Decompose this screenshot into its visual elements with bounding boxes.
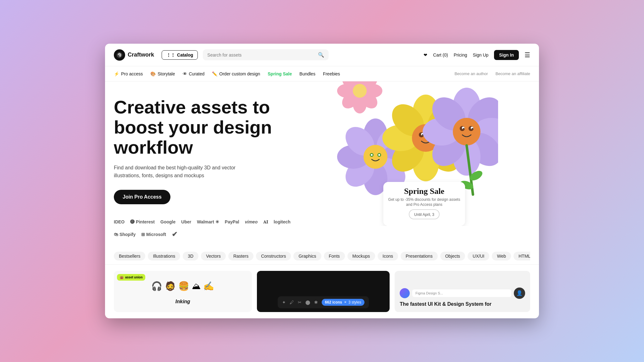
brand-shopify: 🛍 Shopify: [114, 232, 136, 237]
burger-icon: 🍔: [178, 281, 189, 291]
svg-point-1: [119, 54, 120, 56]
category-constructors[interactable]: Constructors: [256, 252, 291, 261]
sub-nav: ⚡ Pro access 🎨 Storytale 👁 Curated ✏️ Or…: [105, 66, 539, 81]
category-presentations[interactable]: Presentations: [401, 252, 438, 261]
brand-google: Google: [160, 219, 175, 224]
category-bestsellers[interactable]: Bestsellers: [114, 252, 145, 261]
figma-preview: Figma Design S...: [412, 289, 511, 297]
asset-union-badge: 👜 asset union: [117, 274, 145, 281]
svg-point-19: [364, 145, 387, 169]
brand-pinterest: 🅟 Pinterest: [130, 219, 155, 224]
sub-nav-right: Become an author Become an affiliate: [454, 71, 530, 76]
category-vectors[interactable]: Vectors: [201, 252, 226, 261]
catalog-button[interactable]: ⋮⋮ Catalog: [162, 50, 198, 60]
category-icons[interactable]: Icons: [378, 252, 398, 261]
mountain-icon: ⛰: [192, 281, 201, 291]
sub-nav-left: ⚡ Pro access 🎨 Storytale 👁 Curated ✏️ Or…: [114, 71, 446, 76]
brand-logitech: logitech: [274, 219, 291, 224]
brand-paypal: PayPal: [225, 219, 239, 224]
brand-walmart: Walmart ✳: [197, 219, 219, 224]
svg-point-10: [353, 84, 367, 98]
brand-nike: ✔: [172, 230, 177, 239]
brand-microsoft: ⊞ Microsoft: [141, 232, 166, 237]
join-pro-button[interactable]: Join Pro Access: [114, 190, 170, 204]
grid-icon: ⋮⋮: [166, 52, 175, 58]
hero-illustration: Spring Sale Get up to -35% discounts for…: [325, 81, 539, 248]
tool-2: 🖊: [290, 300, 294, 305]
icon-count: 662 icons: [325, 300, 342, 304]
become-affiliate-link[interactable]: Become an affiliate: [496, 71, 530, 76]
svg-point-53: [472, 128, 473, 129]
hero-section: Creative assets to boost your design wor…: [105, 81, 539, 248]
svg-text:and Pro Access plans: and Pro Access plans: [406, 202, 442, 207]
search-input[interactable]: [207, 52, 315, 58]
brand-vimeo: vimeo: [245, 219, 258, 224]
logo[interactable]: Craftwork: [114, 49, 154, 61]
signin-button[interactable]: Sign In: [494, 50, 519, 60]
close-icon: ✕: [344, 300, 347, 304]
avatar: 👤: [514, 288, 525, 299]
cards-row: 👜 asset union 🎧 🧔 🍔 ⛰ ✍ Inking ✦ 🖊 ✂ ⬤ ✱: [105, 265, 539, 318]
category-fonts[interactable]: Fonts: [324, 252, 345, 261]
become-author-link[interactable]: Become an author: [454, 71, 488, 76]
brand-uber: Uber: [181, 219, 191, 224]
category-illustrations[interactable]: Illustrations: [148, 252, 180, 261]
category-web[interactable]: Web: [492, 252, 511, 261]
card-ui-kit[interactable]: Figma Design S... 👤 The fastest UI Kit &…: [395, 271, 530, 312]
browser-window: Craftwork ⋮⋮ Catalog 🔍 ❤ Cart (0) Pricin…: [105, 44, 539, 318]
search-icon: 🔍: [318, 52, 324, 58]
ui-kit-title: The fastest UI Kit & Design System for: [400, 301, 525, 307]
storytale-link[interactable]: 🎨 Storytale: [150, 71, 175, 76]
category-rasters[interactable]: Rasters: [228, 252, 253, 261]
category-graphics[interactable]: Graphics: [293, 252, 321, 261]
logo-icon: [114, 49, 125, 61]
card-icon-pack[interactable]: ✦ 🖊 ✂ ⬤ ✱ 662 icons ✕ 3 styles: [257, 271, 390, 312]
svg-text:Until April, 3: Until April, 3: [414, 212, 434, 217]
category-3d[interactable]: 3D: [183, 252, 198, 261]
curated-link[interactable]: 👁 Curated: [183, 71, 205, 76]
card-icons: 🎧 🧔 🍔 ⛰ ✍: [147, 277, 218, 295]
svg-text:Spring Sale: Spring Sale: [404, 187, 444, 196]
tool-5: ✱: [314, 300, 318, 305]
brand-adobe: 𝐀𝐈: [263, 219, 268, 225]
bundles-link[interactable]: Bundles: [299, 71, 315, 76]
hero-left: Creative assets to boost your design wor…: [114, 97, 296, 239]
categories-section: Bestsellers Illustrations 3D Vectors Ras…: [105, 248, 539, 265]
category-html[interactable]: HTML: [514, 252, 530, 261]
card-ui-header: Figma Design S... 👤: [400, 288, 525, 299]
headphone-icon: 🎧: [151, 281, 162, 291]
brand-ideo: IDEO: [114, 219, 125, 224]
custom-design-link[interactable]: ✏️ Order custom design: [212, 71, 260, 76]
write-icon: ✍: [203, 281, 214, 291]
hamburger-icon[interactable]: ☰: [525, 51, 530, 59]
category-objects[interactable]: Objects: [440, 252, 465, 261]
svg-point-22: [371, 154, 373, 156]
lightning-icon: ⚡: [114, 71, 119, 76]
pencil-icon: ✏️: [212, 71, 217, 76]
pro-access-link[interactable]: ⚡ Pro access: [114, 71, 143, 76]
card-sketch-icons[interactable]: 👜 asset union 🎧 🧔 🍔 ⛰ ✍ Inking: [114, 271, 252, 312]
tool-3: ✂: [298, 300, 302, 305]
category-mockups[interactable]: Mockups: [347, 252, 375, 261]
freebies-link[interactable]: Freebies: [323, 71, 340, 76]
icon-toolbar: ✦ 🖊 ✂ ⬤ ✱ 662 icons ✕ 3 styles: [278, 296, 369, 308]
search-bar[interactable]: 🔍: [203, 49, 329, 60]
cart-button[interactable]: Cart (0): [433, 52, 448, 58]
logo-text: Craftwork: [128, 52, 154, 58]
wishlist-icon[interactable]: ❤: [424, 52, 427, 58]
spring-sale-link[interactable]: Spring Sale: [268, 71, 292, 76]
tool-1: ✦: [282, 300, 286, 305]
svg-point-47: [453, 118, 480, 145]
brand-logos: IDEO 🅟 Pinterest Google Uber Walmart ✳ P…: [114, 219, 296, 239]
pricing-link[interactable]: Pricing: [454, 52, 467, 58]
tool-4: ⬤: [305, 300, 310, 305]
top-nav: Craftwork ⋮⋮ Catalog 🔍 ❤ Cart (0) Pricin…: [105, 44, 539, 66]
category-uxui[interactable]: UX/UI: [468, 252, 489, 261]
storytale-icon: 🎨: [150, 71, 156, 76]
signup-link[interactable]: Sign Up: [473, 52, 489, 58]
hero-title: Creative assets to boost your design wor…: [114, 97, 296, 157]
person-sketch-icon: 🧔: [165, 281, 176, 291]
icon-count-badge: 662 icons ✕ 3 styles: [322, 299, 364, 306]
styles-count: 3 styles: [348, 300, 361, 304]
categories-list: Bestsellers Illustrations 3D Vectors Ras…: [114, 248, 530, 264]
